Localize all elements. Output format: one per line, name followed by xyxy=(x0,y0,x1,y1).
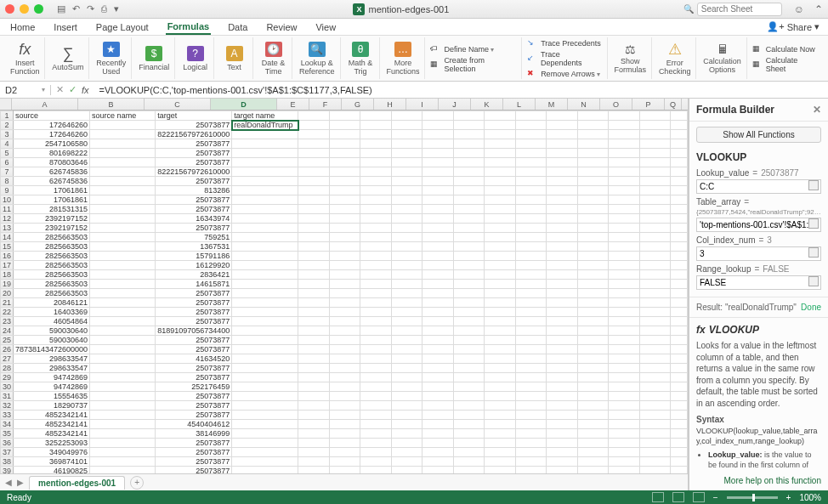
cell[interactable] xyxy=(639,439,671,448)
cell[interactable]: 25073877 xyxy=(156,411,232,420)
cell[interactable]: 172646260 xyxy=(14,121,90,130)
trace-dependents-button[interactable]: ↙Trace Dependents xyxy=(527,50,603,67)
cell[interactable] xyxy=(232,205,298,214)
cell[interactable]: 4852342141 xyxy=(14,429,90,439)
cell[interactable] xyxy=(485,364,516,373)
cell[interactable] xyxy=(329,448,360,457)
cell[interactable] xyxy=(485,280,516,289)
cell[interactable]: 298633547 xyxy=(14,364,90,373)
cell[interactable] xyxy=(639,457,671,467)
cell[interactable] xyxy=(423,280,454,289)
row-header[interactable]: 39 xyxy=(1,467,14,474)
cell[interactable] xyxy=(329,205,360,214)
range-picker-icon[interactable] xyxy=(808,180,819,190)
cell[interactable] xyxy=(453,177,485,186)
cell[interactable] xyxy=(515,439,547,448)
cell[interactable] xyxy=(90,121,156,130)
cell[interactable] xyxy=(329,111,360,121)
cell[interactable] xyxy=(232,149,298,158)
cell[interactable] xyxy=(90,158,156,167)
cell[interactable] xyxy=(577,457,609,467)
cell[interactable]: 20846121 xyxy=(14,298,90,308)
cell[interactable] xyxy=(423,317,454,326)
cell[interactable] xyxy=(515,261,547,270)
cell[interactable] xyxy=(90,298,156,308)
cell[interactable]: 25073877 xyxy=(156,364,232,373)
cell[interactable] xyxy=(515,224,547,233)
cell[interactable] xyxy=(423,345,454,354)
cell[interactable]: source name xyxy=(90,111,156,121)
tab-home[interactable]: Home xyxy=(9,20,37,34)
col-header-G[interactable]: G xyxy=(342,99,374,110)
cell[interactable] xyxy=(232,317,298,326)
cell[interactable] xyxy=(515,401,547,411)
cell[interactable] xyxy=(360,326,392,336)
cell[interactable] xyxy=(329,280,360,289)
cell[interactable] xyxy=(547,326,578,336)
cell[interactable] xyxy=(298,289,330,298)
cell[interactable]: target xyxy=(156,111,232,121)
cell[interactable] xyxy=(577,326,609,336)
cell[interactable] xyxy=(391,224,423,233)
cell[interactable] xyxy=(671,392,688,401)
row-header[interactable]: 23 xyxy=(1,317,14,326)
cell[interactable] xyxy=(609,130,640,139)
row-header[interactable]: 5 xyxy=(1,149,14,158)
cell[interactable] xyxy=(329,130,360,139)
cell[interactable] xyxy=(423,420,454,429)
cell[interactable] xyxy=(639,354,671,364)
cell[interactable] xyxy=(423,326,454,336)
cell[interactable] xyxy=(577,177,609,186)
cell[interactable] xyxy=(609,467,640,474)
cell[interactable] xyxy=(90,261,156,270)
cell[interactable] xyxy=(485,448,516,457)
cell[interactable] xyxy=(423,158,454,167)
cell[interactable] xyxy=(485,439,516,448)
cell[interactable]: 281531315 xyxy=(14,205,90,214)
cell[interactable] xyxy=(639,382,671,392)
cell[interactable] xyxy=(423,382,454,392)
cell[interactable] xyxy=(232,420,298,429)
row-header[interactable]: 12 xyxy=(1,214,14,224)
cell[interactable] xyxy=(90,130,156,139)
cell[interactable] xyxy=(609,186,640,195)
row-header[interactable]: 10 xyxy=(1,195,14,205)
cell[interactable] xyxy=(298,177,330,186)
cell[interactable] xyxy=(609,317,640,326)
cell[interactable] xyxy=(90,411,156,420)
cell[interactable]: 3252253093 xyxy=(14,439,90,448)
cell[interactable] xyxy=(639,252,671,261)
cell[interactable] xyxy=(423,121,454,130)
cell[interactable] xyxy=(577,121,609,130)
cell[interactable]: 813286 xyxy=(156,186,232,195)
arg-table-array-input[interactable] xyxy=(696,218,821,232)
financial-button[interactable]: $Financial xyxy=(133,37,175,79)
cell[interactable] xyxy=(453,111,485,121)
cell[interactable] xyxy=(329,317,360,326)
cell[interactable] xyxy=(232,195,298,205)
cell[interactable] xyxy=(453,401,485,411)
cell[interactable] xyxy=(577,439,609,448)
cell[interactable] xyxy=(423,111,454,121)
cell[interactable] xyxy=(329,439,360,448)
cell[interactable] xyxy=(453,364,485,373)
cell[interactable] xyxy=(298,139,330,149)
cell[interactable] xyxy=(232,308,298,317)
cell[interactable]: 17061861 xyxy=(14,186,90,195)
cell[interactable]: 25073877 xyxy=(156,289,232,298)
cell[interactable] xyxy=(453,233,485,242)
cell[interactable]: 46190825 xyxy=(14,467,90,474)
cell[interactable] xyxy=(360,457,392,467)
cell[interactable] xyxy=(485,429,516,439)
cell[interactable] xyxy=(547,186,578,195)
cell[interactable] xyxy=(298,401,330,411)
cell[interactable] xyxy=(453,411,485,420)
col-header-D[interactable]: D xyxy=(211,99,277,110)
cell[interactable] xyxy=(639,214,671,224)
cell[interactable] xyxy=(547,289,578,298)
cell[interactable] xyxy=(391,401,423,411)
cell[interactable] xyxy=(391,448,423,457)
sheet-nav-next[interactable]: ▶ xyxy=(17,478,24,487)
cell[interactable] xyxy=(232,289,298,298)
cell[interactable] xyxy=(423,139,454,149)
